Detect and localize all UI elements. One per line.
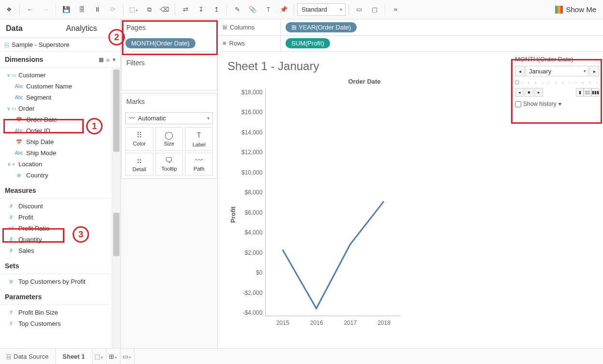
columns-pill[interactable]: ⊞YEAR(Order Date)	[286, 22, 357, 32]
field-sales[interactable]: #Sales	[0, 245, 112, 256]
columns-shelf[interactable]: iiiColumns ⊞YEAR(Order Date)	[218, 19, 603, 36]
marks-size[interactable]: ◯Size	[155, 127, 183, 151]
folder-location[interactable]: ∨ ⋄Location	[0, 159, 112, 170]
sort-desc-icon[interactable]: ↥	[209, 3, 224, 16]
measures-header: Measures	[0, 183, 112, 199]
filters-card: Filters	[121, 55, 217, 90]
marks-detail[interactable]: ⠶Detail	[125, 153, 153, 175]
page-control-title: MONTH(Order Date)	[515, 56, 599, 63]
datasource-row[interactable]: ⌸ Sample - Superstore	[0, 38, 121, 52]
speed-fast-button[interactable]: ▮▮▮	[591, 88, 599, 97]
set-top-customers[interactable]: ⊘Top Customers by Profit	[0, 276, 112, 287]
sort-asc-icon[interactable]: ↧	[194, 3, 208, 16]
dimensions-header: Dimensions ▦⌕▾	[0, 52, 121, 68]
share-icon[interactable]: ∝	[388, 3, 403, 16]
swap-icon[interactable]: ⇄	[178, 3, 193, 16]
field-ship-mode[interactable]: AbcShip Mode	[0, 147, 112, 159]
speed-med-button[interactable]: ▯▯	[584, 88, 591, 97]
field-country[interactable]: ⊕Country	[0, 170, 112, 181]
field-customer-name[interactable]: AbcCustomer Name	[0, 81, 112, 92]
new-datasource-icon[interactable]: 🗄	[75, 3, 89, 16]
marks-title: Marks	[121, 94, 217, 109]
new-dashboard-button[interactable]: ⊞₊	[106, 349, 121, 364]
datasource-icon: ⌸	[5, 41, 9, 48]
rows-icon: ≡	[223, 40, 226, 47]
color-icon: ⠿	[127, 131, 152, 140]
bottom-tabs: ⌸Data Source Sheet 1 ⬚₊ ⊞₊ ▭₊	[0, 348, 603, 364]
speed-slow-button[interactable]: ▮	[576, 88, 584, 97]
page-prev-button[interactable]: ◂	[515, 66, 525, 76]
folder-customer[interactable]: ∨ ▭Customer	[0, 70, 112, 81]
play-back-button[interactable]: ◂	[515, 88, 524, 97]
param-profit-bin[interactable]: #Profit Bin Size	[0, 307, 112, 318]
columns-icon: iii	[223, 24, 227, 31]
sheet-title[interactable]: Sheet 1 - January	[227, 59, 501, 73]
chart-plot[interactable]: 20152016 20172018	[265, 89, 401, 316]
rows-pill[interactable]: SUM(Profit)	[286, 38, 330, 48]
line-chart	[266, 89, 401, 316]
group-icon[interactable]: 📎	[245, 3, 260, 16]
tooltip-icon: 🗨	[157, 156, 182, 165]
tab-datasource[interactable]: ⌸Data Source	[0, 349, 56, 364]
clear-icon[interactable]: ⌫	[157, 3, 172, 16]
show-history-checkbox[interactable]	[515, 101, 521, 107]
present-icon[interactable]: ▢	[367, 3, 382, 16]
label-icon: Ｔ	[186, 131, 211, 141]
marks-tooltip[interactable]: 🗨Tooltip	[155, 153, 183, 175]
play-stop-button[interactable]: ■	[525, 88, 533, 97]
new-sheet-button[interactable]: ⬚₊	[92, 349, 106, 364]
marks-card: Marks 〰Automatic ⠿Color ◯Size ＴLabel ⠶De…	[121, 93, 217, 179]
datasource-tab-icon: ⌸	[7, 353, 11, 360]
play-forward-button[interactable]: ▸	[534, 88, 543, 97]
field-quantity[interactable]: #Quantity	[0, 234, 112, 245]
sheet-area: iiiColumns ⊞YEAR(Order Date) ≡Rows SUM(P…	[218, 19, 603, 348]
history-menu-icon[interactable]: ▾	[558, 101, 561, 107]
pages-pill[interactable]: MONTH(Order Date)	[125, 38, 196, 48]
size-icon: ◯	[157, 131, 182, 140]
save-icon[interactable]: 💾	[59, 3, 74, 16]
filters-title: Filters	[121, 55, 217, 71]
field-segment[interactable]: AbcSegment	[0, 92, 112, 103]
marks-label[interactable]: ＴLabel	[185, 127, 213, 151]
tab-sheet1[interactable]: Sheet 1	[56, 349, 92, 364]
view-icon[interactable]: ▦	[99, 57, 104, 63]
new-worksheet-icon[interactable]: ⬚₊	[126, 3, 141, 16]
logo-icon[interactable]: ❖	[2, 3, 16, 16]
y-axis-title: Profit	[227, 89, 239, 340]
folder-order[interactable]: ∨ ▭Order	[0, 103, 112, 114]
refresh-icon[interactable]: ⟳	[106, 3, 120, 16]
field-ship-date[interactable]: 📅Ship Date	[0, 136, 112, 147]
fit-dropdown[interactable]: Standard	[297, 3, 346, 16]
tab-data[interactable]: Data	[0, 19, 60, 38]
dashboard-icon[interactable]: ▭	[352, 3, 366, 16]
page-value-dropdown[interactable]: January	[526, 66, 588, 76]
pin-icon[interactable]: 📌	[276, 3, 291, 16]
autoupdate-icon[interactable]: ⏸	[90, 3, 105, 16]
page-next-button[interactable]: ▸	[589, 66, 599, 76]
marks-path[interactable]: 〰Path	[185, 153, 213, 175]
visualization: Sheet 1 - January Order Date Profit $18,…	[218, 52, 511, 348]
path-icon: 〰	[186, 156, 211, 165]
data-pane-scrollbar[interactable]	[112, 68, 121, 348]
totals-icon[interactable]: Ｔ	[261, 3, 275, 16]
forward-icon[interactable]: →	[38, 3, 53, 16]
field-profit-ratio[interactable]: =#Profit Ratio	[0, 223, 112, 234]
page-control-card: MONTH(Order Date) ◂ January ▸ ◂ ■ ▸ ▮	[511, 52, 603, 348]
search-icon[interactable]: ⌕	[106, 57, 110, 63]
parameters-header: Parameters	[0, 289, 112, 305]
show-me-icon	[555, 6, 563, 14]
back-icon[interactable]: ←	[23, 3, 37, 16]
field-profit[interactable]: #Profit	[0, 212, 112, 223]
marks-color[interactable]: ⠿Color	[125, 127, 153, 151]
pages-card: Pages MONTH(Order Date)	[121, 19, 217, 52]
rows-shelf[interactable]: ≡Rows SUM(Profit)	[218, 36, 603, 52]
show-me-button[interactable]: Show Me	[550, 3, 601, 16]
param-top-customers[interactable]: #Top Customers	[0, 318, 112, 329]
highlight-icon[interactable]: ✎	[230, 3, 244, 16]
new-story-button[interactable]: ▭₊	[121, 349, 135, 364]
page-slider[interactable]	[515, 80, 599, 85]
field-discount[interactable]: #Discount	[0, 201, 112, 212]
menu-icon[interactable]: ▾	[113, 57, 116, 63]
marks-type-dropdown[interactable]: 〰Automatic	[125, 112, 213, 124]
duplicate-icon[interactable]: ⧉	[142, 3, 156, 16]
